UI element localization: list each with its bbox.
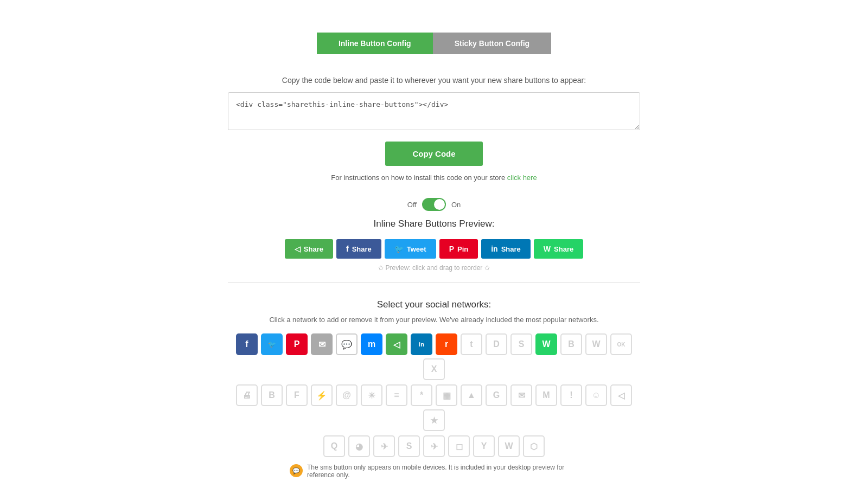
network-btn-vk[interactable]: B	[560, 333, 582, 355]
toggle-on-label: On	[451, 201, 461, 209]
network-btn-yummly[interactable]: Y	[473, 435, 495, 457]
sms-notice-text: The sms button only appears on mobile de…	[307, 464, 578, 479]
network-btn-weibo[interactable]: W	[585, 333, 607, 355]
sms-notice: 💬 The sms button only appears on mobile …	[228, 464, 640, 479]
network-btn-fc[interactable]: ☀	[361, 384, 382, 406]
network-btn-faves[interactable]: ★	[423, 409, 445, 431]
share-btn-twitter[interactable]: 🐦 Tweet	[385, 239, 436, 259]
tab-inline[interactable]: Inline Button Config	[317, 33, 433, 54]
preview-title: Inline Share Buttons Preview:	[228, 219, 640, 229]
networks-title: Select your social networks:	[228, 299, 640, 310]
toggle-off-label: Off	[407, 201, 417, 209]
share-btn-whatsapp[interactable]: W Share	[534, 239, 583, 259]
network-btn-odnoklassniki[interactable]: *	[411, 384, 432, 406]
linkedin-icon: in	[491, 245, 497, 253]
network-btn-bb[interactable]: ▦	[436, 384, 457, 406]
networks-grid-row1: f 🐦 P ✉ 💬 m ◁ in r t D S W B W OK X	[228, 333, 640, 380]
code-textarea[interactable]: <div class="sharethis-inline-share-butto…	[228, 92, 640, 130]
share-btn-pinterest[interactable]: P Pin	[439, 239, 478, 259]
network-btn-skype[interactable]: S	[398, 435, 420, 457]
drag-hint: ✩ Preview: click and drag to reorder ✩	[228, 264, 640, 272]
sms-notice-icon: 💬	[290, 464, 303, 477]
network-btn-twitter[interactable]: 🐦	[261, 333, 283, 355]
network-btn-pocket[interactable]: ◁	[610, 384, 632, 406]
network-btn-gmail[interactable]: ✉	[510, 384, 532, 406]
instructions-text: Copy the code below and paste it to wher…	[228, 76, 640, 85]
network-btn-folkd[interactable]: ⚡	[311, 384, 333, 406]
linkedin-label: Share	[501, 245, 521, 253]
whatsapp-label: Share	[554, 245, 573, 253]
network-btn-tumblr[interactable]: t	[461, 333, 482, 355]
page-wrapper: Inline Button Config Sticky Button Confi…	[217, 0, 651, 488]
divider	[228, 282, 640, 283]
network-btn-at[interactable]: @	[336, 384, 358, 406]
twitter-label: Tweet	[407, 245, 426, 253]
tab-row: Inline Button Config Sticky Button Confi…	[228, 33, 640, 54]
network-btn-flipboard[interactable]: F	[286, 384, 308, 406]
facebook-icon: f	[346, 245, 349, 253]
network-btn-qzone[interactable]: Q	[323, 435, 345, 457]
network-btn-telegram[interactable]: ✈	[423, 435, 445, 457]
copy-code-button[interactable]: Copy Code	[385, 142, 482, 166]
share-general-icon: ◁	[295, 245, 301, 253]
network-btn-stumble[interactable]: S	[510, 333, 532, 355]
network-btn-linkedin[interactable]: in	[411, 333, 432, 355]
network-btn-sms[interactable]: 💬	[336, 333, 358, 355]
network-btn-instapaper[interactable]: ◻	[448, 435, 470, 457]
toggle-row: Off On	[228, 198, 640, 211]
share-buttons-preview: ◁ Share f Share 🐦 Tweet P Pin in Share W…	[228, 239, 640, 259]
facebook-label: Share	[352, 245, 372, 253]
tab-sticky[interactable]: Sticky Button Config	[433, 33, 551, 54]
networks-grid-row2: 🖨 B F ⚡ @ ☀ ≡ * ▦ ▲ G ✉ M ! ☺ ◁ ★	[228, 384, 640, 431]
copy-btn-wrap: Copy Code	[228, 142, 640, 166]
install-text-static: For instructions on how to install this …	[331, 174, 507, 182]
network-btn-print[interactable]: 🖨	[236, 384, 258, 406]
share-btn-linkedin[interactable]: in Share	[481, 239, 531, 259]
network-btn-blogger[interactable]: B	[261, 384, 283, 406]
network-btn-wordpress[interactable]: W	[498, 435, 520, 457]
network-btn-email[interactable]: ✉	[311, 333, 333, 355]
network-btn-xing[interactable]: X	[423, 358, 445, 380]
network-btn-wechat[interactable]: ⬡	[523, 435, 545, 457]
network-btn-hacker[interactable]: !	[560, 384, 582, 406]
network-btn-google[interactable]: G	[486, 384, 507, 406]
network-btn-papaly[interactable]: ✈	[373, 435, 395, 457]
share-btn-general[interactable]: ◁ Share	[285, 239, 333, 259]
network-btn-facebook[interactable]: f	[236, 333, 258, 355]
pinterest-label: Pin	[457, 245, 468, 253]
pinterest-icon: P	[449, 245, 454, 253]
toggle-switch[interactable]	[422, 198, 446, 211]
network-btn-medium[interactable]: M	[535, 384, 557, 406]
network-btn-mymsg[interactable]: ◕	[348, 435, 370, 457]
install-instructions: For instructions on how to install this …	[228, 174, 640, 182]
network-btn-googlebookmarks[interactable]: ▲	[461, 384, 482, 406]
network-btn-reddit[interactable]: r	[436, 333, 457, 355]
network-btn-meneame[interactable]: ☺	[585, 384, 607, 406]
networks-grid-row3: Q ◕ ✈ S ✈ ◻ Y W ⬡	[228, 435, 640, 457]
twitter-icon: 🐦	[394, 245, 404, 253]
share-btn-facebook[interactable]: f Share	[336, 239, 381, 259]
network-btn-whatsapp[interactable]: W	[535, 333, 557, 355]
network-btn-digg[interactable]: D	[486, 333, 507, 355]
whatsapp-icon: W	[544, 245, 551, 253]
network-btn-sharethis[interactable]: ◁	[386, 333, 407, 355]
network-btn-messenger[interactable]: m	[361, 333, 382, 355]
share-general-label: Share	[304, 245, 323, 253]
network-btn-ok[interactable]: OK	[610, 333, 632, 355]
networks-subtitle: Click a network to add or remove it from…	[228, 316, 640, 324]
install-link[interactable]: click here	[507, 174, 537, 182]
network-btn-buffer[interactable]: ≡	[386, 384, 407, 406]
network-btn-pinterest[interactable]: P	[286, 333, 308, 355]
